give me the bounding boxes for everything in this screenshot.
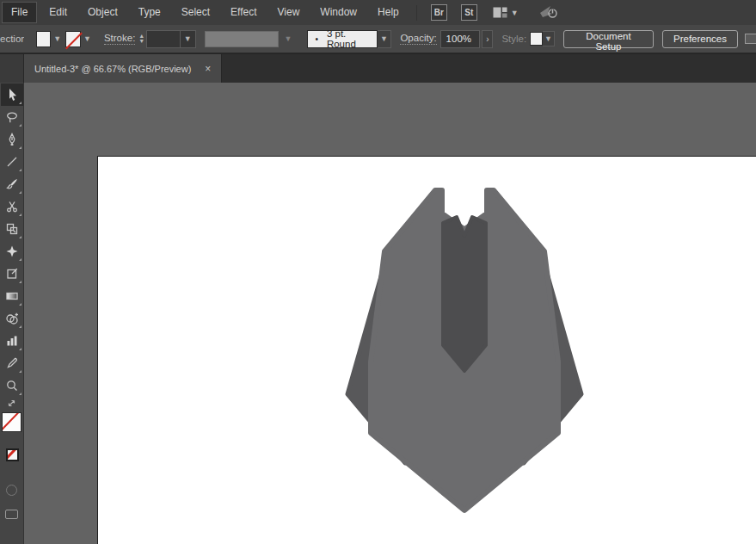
gpu-performance-icon[interactable] [539,4,558,22]
none-slash-icon [2,412,22,432]
color-mode-button[interactable] [6,485,17,496]
opacity-panel-arrow[interactable]: › [482,30,493,48]
selection-tool[interactable] [1,83,23,106]
workspace-layout-icon [493,7,507,18]
selection-tool-icon [5,88,19,102]
document-tab[interactable]: Untitled-3* @ 66.67% (RGB/Preview) × [24,54,222,83]
document-tab-bar: Untitled-3* @ 66.67% (RGB/Preview) × [0,53,756,83]
menu-item-window[interactable]: Window [311,2,366,23]
fill-color-swatch[interactable] [36,31,52,47]
variable-width-profile-select [205,31,280,47]
gradient-tool-icon [5,289,19,303]
paintbrush-tool-icon [5,177,19,191]
document-setup-button[interactable]: Document Setup [563,30,654,48]
stroke-weight-label: Stroke: [104,33,135,45]
pen-tool-icon [5,133,19,146]
chevron-down-icon: ▼ [511,9,519,17]
tools-panel [0,83,24,544]
opacity-input[interactable]: 100% [440,30,481,48]
pen-tool[interactable] [1,128,23,151]
line-segment-tool-icon [5,155,19,169]
artboard[interactable] [97,156,756,544]
draw-mode-button[interactable] [5,510,18,519]
brush-chevron-icon[interactable]: ▼ [378,30,392,48]
stroke-color-swatch[interactable] [65,31,81,47]
illustrator-window: FileEditObjectTypeSelectEffectViewWindow… [0,0,756,544]
menu-item-view[interactable]: View [269,2,309,23]
menu-item-help[interactable]: Help [369,2,408,23]
menubar-separator [416,5,417,21]
style-label: Style: [501,34,526,45]
menu-item-object[interactable]: Object [79,2,126,23]
toolbar-dock-header [0,54,24,83]
selection-label-cutoff: ection [0,34,24,44]
none-slash-icon [6,448,19,461]
eyedropper-tool-icon [5,356,19,370]
control-bar: ection ▼ ▼ Stroke: ▲▼ ▼ ▼ • 3 pt. Round … [0,25,756,53]
stroke-chevron-icon[interactable]: ▼ [81,34,95,43]
menu-item-select[interactable]: Select [173,2,218,23]
menu-items: FileEditObjectTypeSelectEffectViewWindow… [0,0,409,25]
line-segment-tool[interactable] [1,151,23,173]
scissors-tool-icon [5,200,19,213]
lasso-tool[interactable] [1,106,23,128]
canvas-area[interactable] [24,83,756,544]
shape-builder-tool-icon [5,312,19,325]
stroke-weight-stepper[interactable]: ▲▼ [138,34,144,44]
artboard-tool-icon [5,267,19,281]
graphic-style-swatch[interactable] [530,32,543,46]
document-tab-title: Untitled-3* @ 66.67% (RGB/Preview) [34,64,191,74]
brush-name: 3 pt. Round [327,28,377,49]
menu-item-effect[interactable]: Effect [222,2,265,23]
scale-tool-icon [5,222,19,236]
shape-builder-tool[interactable] [1,307,23,330]
gradient-tool[interactable] [1,285,23,307]
stroke-swatch-none[interactable] [6,448,19,461]
chevron-down-icon: ▼ [279,34,297,43]
menu-item-type[interactable]: Type [130,2,169,23]
paintbrush-tool[interactable] [1,173,23,195]
toolbar-tools [1,83,23,397]
swap-fill-stroke-icon[interactable] [1,397,23,409]
shaper-tool[interactable] [1,240,23,263]
scale-tool[interactable] [1,218,23,240]
bridge-icon[interactable]: Br [431,4,447,21]
scissors-tool[interactable] [1,195,23,218]
fill-stroke-indicator [0,411,24,473]
stock-icon[interactable]: St [461,4,477,21]
style-chevron-icon[interactable]: ▼ [543,31,555,46]
brush-definition-field[interactable]: • 3 pt. Round [307,30,377,48]
shaper-tool-icon [5,244,19,258]
zoom-tool-icon [5,379,19,393]
stroke-weight-select[interactable]: ▼ [146,30,195,48]
chevron-down-icon: ▼ [180,31,195,47]
preferences-button[interactable]: Preferences [662,30,738,48]
column-graph-tool-icon [5,334,19,348]
menu-bar: FileEditObjectTypeSelectEffectViewWindow… [0,0,756,25]
menu-item-edit[interactable]: Edit [40,2,76,23]
zoom-tool[interactable] [1,374,23,397]
artboard-tool[interactable] [1,263,23,285]
fill-swatch-none[interactable] [2,412,22,432]
tab-close-icon[interactable]: × [205,63,211,75]
opacity-label: Opacity: [400,33,436,45]
workspace-switcher[interactable]: ▼ [493,7,519,18]
column-graph-tool[interactable] [1,330,23,352]
eyedropper-tool[interactable] [1,352,23,374]
lasso-tool-icon [5,110,19,124]
menu-item-file[interactable]: File [2,2,37,23]
fill-chevron-icon[interactable]: ▼ [51,34,65,43]
brush-preview-dot: • [315,34,318,44]
main-area [0,83,756,544]
panel-dock-icon[interactable] [745,34,756,44]
